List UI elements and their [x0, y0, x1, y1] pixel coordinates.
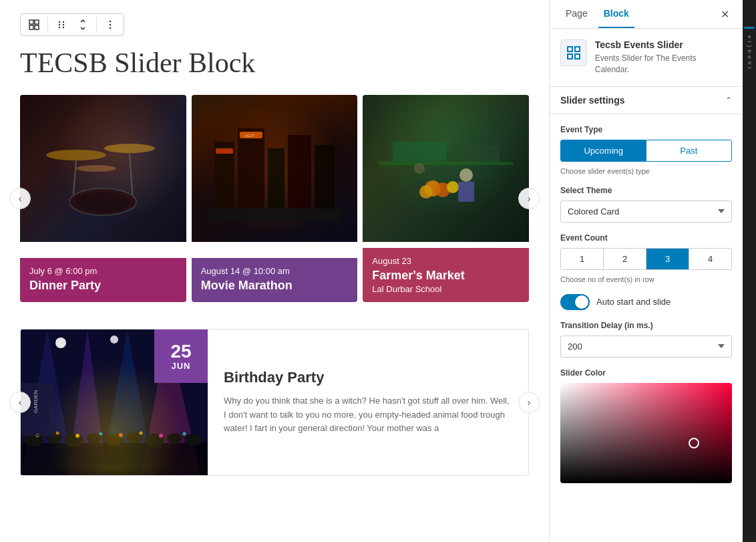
count-2[interactable]: 2 — [604, 249, 646, 269]
svg-point-19 — [76, 192, 130, 212]
svg-point-63 — [183, 432, 186, 436]
card-venue-3: Lal Durbar School — [372, 284, 520, 294]
svg-point-64 — [55, 337, 66, 348]
settings-title: Slider settings — [560, 95, 624, 106]
settings-header[interactable]: Slider settings ⌃ — [550, 87, 743, 114]
slider-color-label: Slider Color — [560, 368, 732, 378]
card-overlay-3: August 23 Farmer's Market Lal Durbar Sch… — [363, 248, 529, 302]
count-3[interactable]: 3 — [646, 249, 689, 269]
tab-block[interactable]: Block — [598, 0, 634, 28]
slider-next-button[interactable]: › — [518, 188, 540, 209]
card-date-3: August 23 — [372, 256, 520, 266]
auto-slide-toggle[interactable] — [560, 294, 590, 310]
toolbar-divider-2 — [96, 18, 97, 31]
svg-rect-24 — [315, 145, 335, 209]
card-title-1: Dinner Party — [29, 279, 177, 293]
svg-point-60 — [119, 433, 123, 437]
strip-indicator — [744, 27, 755, 29]
main-content: TECSB Slider Block ‹ — [0, 0, 549, 542]
right-panel: Page Block ✕ Tecsb Events Slider Events … — [549, 0, 743, 542]
svg-rect-72 — [575, 54, 580, 59]
count-4[interactable]: 4 — [689, 249, 731, 269]
color-picker[interactable] — [560, 383, 732, 483]
card-overlay-1: July 6 @ 6:00 pm Dinner Party — [20, 258, 186, 302]
plugin-info: Tecsb Events Slider Events Slider for Th… — [550, 29, 743, 87]
event-card-2: HEAT August 14 @ 10:00 am Movie Marathon — [192, 95, 358, 302]
auto-slide-row: Auto start and slide — [560, 294, 732, 310]
svg-point-54 — [167, 433, 182, 444]
slider2-prev-button[interactable]: ‹ — [9, 392, 31, 413]
event-card-1: July 6 @ 6:00 pm Dinner Party — [20, 95, 186, 302]
svg-point-12 — [110, 27, 112, 29]
slider2-next-button[interactable]: › — [518, 392, 540, 413]
svg-rect-45 — [21, 436, 208, 475]
svg-point-50 — [87, 433, 102, 444]
event-count-label: Event Count — [560, 233, 732, 243]
card-date-1: July 6 @ 6:00 pm — [29, 266, 177, 276]
far-right-strip: e l } b o h t — [743, 0, 756, 542]
svg-point-11 — [110, 24, 112, 26]
svg-point-59 — [100, 432, 103, 436]
svg-text:HEAT: HEAT — [244, 134, 255, 138]
slider-section-1: ‹ — [20, 95, 529, 302]
svg-rect-69 — [568, 47, 572, 51]
auto-slide-label: Auto start and slide — [596, 297, 671, 307]
svg-point-4 — [59, 21, 60, 23]
more-options-button[interactable] — [101, 17, 120, 33]
svg-marker-42 — [67, 329, 108, 475]
theme-select[interactable]: Colored Card List View Grid View — [560, 200, 732, 223]
svg-rect-22 — [268, 148, 285, 209]
svg-point-53 — [145, 434, 164, 447]
plugin-icon — [560, 39, 587, 66]
svg-point-7 — [63, 24, 64, 25]
slider-track-1: July 6 @ 6:00 pm Dinner Party — [20, 95, 529, 302]
svg-text:GARDEN: GARDEN — [33, 390, 39, 413]
svg-point-48 — [46, 432, 62, 444]
svg-point-8 — [59, 27, 60, 28]
panel-close-button[interactable]: ✕ — [718, 5, 732, 23]
event-type-label: Event Type — [560, 125, 732, 134]
plugin-details: Tecsb Events Slider Events Slider for Th… — [595, 39, 732, 76]
svg-rect-30 — [379, 162, 513, 165]
settings-chevron-icon: ⌃ — [725, 96, 732, 105]
plugin-description: Events Slider for The Events Calendar. — [595, 53, 732, 76]
card-overlay-2: August 14 @ 10:00 am Movie Marathon — [192, 258, 358, 302]
svg-rect-0 — [29, 20, 33, 24]
slider-prev-button[interactable]: ‹ — [9, 188, 31, 209]
transition-delay-label: Transition Delay (in ms.) — [560, 321, 732, 330]
event-count-hint: Choose no of event(s) in row — [560, 275, 732, 283]
event-type-group: Upcoming Past — [560, 140, 732, 162]
badge-day: 25 — [170, 342, 191, 361]
color-picker-cursor — [689, 438, 699, 448]
move-button[interactable] — [73, 17, 92, 33]
svg-rect-23 — [288, 135, 311, 209]
event-type-upcoming[interactable]: Upcoming — [561, 140, 646, 161]
tab-page[interactable]: Page — [560, 0, 593, 28]
svg-rect-38 — [458, 182, 474, 202]
svg-point-55 — [184, 434, 202, 446]
svg-point-36 — [447, 181, 459, 193]
svg-point-65 — [110, 335, 118, 344]
list-slider-content: Birthday Party Why do you think that she… — [208, 329, 528, 475]
svg-point-52 — [126, 432, 142, 443]
layout-button[interactable] — [25, 17, 43, 33]
svg-point-5 — [63, 21, 64, 23]
list-event-description: Why do you think that she is a witch? He… — [224, 394, 512, 436]
svg-point-6 — [59, 24, 60, 25]
event-card-3: August 23 Farmer's Market Lal Durbar Sch… — [363, 95, 529, 302]
svg-point-14 — [104, 144, 155, 153]
drag-handle[interactable] — [52, 17, 71, 33]
settings-body: Event Type Upcoming Past Choose slider e… — [550, 114, 743, 494]
transition-delay-select[interactable]: 100 200 300 500 1000 — [560, 335, 732, 358]
event-type-past[interactable]: Past — [646, 140, 732, 161]
card-date-2: August 14 @ 10:00 am — [201, 266, 349, 276]
svg-point-57 — [56, 432, 59, 435]
svg-point-10 — [110, 21, 112, 23]
count-1[interactable]: 1 — [561, 249, 604, 269]
date-badge: 25 JUN — [154, 329, 208, 383]
svg-point-39 — [414, 163, 425, 174]
svg-point-49 — [65, 434, 83, 447]
list-event-title: Birthday Party — [224, 369, 512, 386]
toolbar-divider-1 — [47, 18, 48, 31]
panel-tabs: Page Block ✕ — [550, 0, 743, 29]
